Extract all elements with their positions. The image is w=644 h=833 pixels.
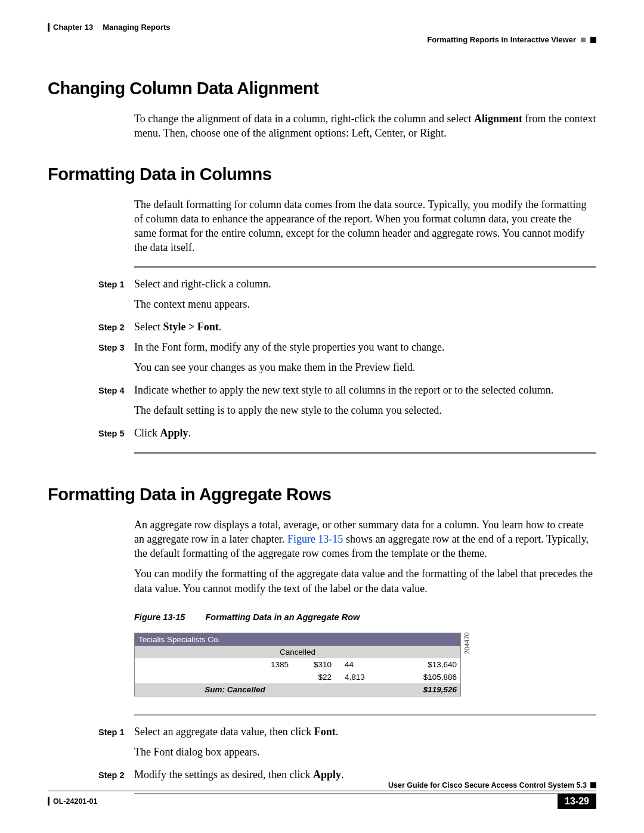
text-fragment: Select an aggregate data value, then cli… — [134, 726, 314, 738]
text-bold: Apply — [313, 769, 341, 781]
step-row: Step 1 Select and right-click a column. — [48, 276, 596, 292]
company-header: Tecialis Specialists Co. — [135, 633, 461, 646]
step-label: Step 4 — [98, 385, 134, 397]
sum-value: $119,526 — [335, 683, 461, 696]
footer-doc-id: OL-24201-01 — [53, 797, 97, 806]
figure-link[interactable]: Figure 13-15 — [287, 533, 343, 545]
step-text: In the Font form, modify any of the styl… — [134, 339, 596, 355]
divider — [134, 452, 596, 454]
text-bold: Font — [314, 726, 336, 738]
footer-bar-icon — [48, 797, 49, 806]
step-label: Step 2 — [98, 321, 134, 334]
header-end-icon — [590, 37, 596, 43]
step-row: Step 3 In the Font form, modify any of t… — [48, 339, 596, 355]
cell: 44 — [335, 658, 396, 671]
step-sub: The Font dialog box appears. — [48, 744, 596, 760]
section-title: Formatting Reports in Interactive Viewer — [427, 35, 576, 44]
cell — [135, 658, 244, 671]
footer-doc-id-row: OL-24201-01 — [48, 797, 97, 806]
cell — [243, 671, 292, 683]
cell: 4,813 — [335, 671, 396, 683]
step-text: Select an aggregate data value, then cli… — [134, 724, 596, 739]
figure-illustration: Tecialis Specialists Co. Cancelled 1385 … — [48, 633, 596, 696]
step-text: Click Apply. — [134, 425, 596, 441]
step-text: Indicate whether to apply the new text s… — [134, 382, 596, 398]
footer-rule — [48, 791, 596, 791]
footer-bottom-row: OL-24201-01 13-29 — [48, 794, 596, 809]
footer-guide-title: User Guide for Cisco Secure Access Contr… — [388, 781, 587, 789]
cell: $13,640 — [396, 658, 461, 671]
cell — [135, 671, 244, 683]
text-fragment: . — [219, 321, 222, 333]
chapter-title: Managing Reports — [103, 23, 170, 32]
text-fragment: . — [341, 769, 344, 781]
text-bold: Alignment — [474, 113, 522, 125]
text-fragment: . — [188, 427, 191, 439]
alignment-paragraph: To change the alignment of data in a col… — [48, 112, 596, 141]
step-row: Step 5 Click Apply. — [48, 425, 596, 441]
page-number: 13-29 — [558, 794, 596, 809]
text-fragment: Click — [134, 427, 160, 439]
cell: $310 — [292, 658, 335, 671]
aggregate-p1: An aggregate row displays a total, avera… — [48, 518, 596, 561]
category-header: Cancelled — [135, 646, 461, 658]
header-bar-icon — [48, 23, 49, 32]
step-sub: The default setting is to apply the new … — [48, 402, 596, 418]
heading-columns: Formatting Data in Columns — [48, 165, 596, 184]
cell: $105,886 — [396, 671, 461, 683]
step-text: Select Style > Font. — [134, 319, 596, 335]
heading-aggregate: Formatting Data in Aggregate Rows — [48, 485, 596, 504]
step-label: Step 2 — [98, 769, 134, 782]
step-sub: The context menu appears. — [48, 296, 596, 312]
page-header: Chapter 13 Managing Reports Formatting R… — [48, 23, 596, 44]
figure-caption: Figure 13-15 Formatting Data in an Aggre… — [48, 612, 596, 622]
divider — [134, 714, 596, 716]
header-marker-icon — [581, 38, 586, 42]
heading-alignment: Changing Column Data Alignment — [48, 79, 596, 98]
document-page: Chapter 13 Managing Reports Formatting R… — [0, 0, 644, 833]
step-row: Step 2 Select Style > Font. — [48, 319, 596, 335]
aggregate-example-table: Tecialis Specialists Co. Cancelled 1385 … — [134, 633, 461, 696]
header-section-row: Formatting Reports in Interactive Viewer — [48, 35, 596, 44]
columns-intro: The default formatting for column data c… — [48, 197, 596, 255]
step-label: Step 5 — [98, 428, 134, 440]
step-text: Modify the settings as desired, then cli… — [134, 767, 596, 782]
text-bold: Style > Font — [163, 321, 218, 333]
step-label: Step 3 — [98, 342, 134, 354]
divider — [134, 266, 596, 268]
step-sub: You can see your changes as you make the… — [48, 360, 596, 375]
footer-end-icon — [590, 782, 596, 788]
figure-title: Formatting Data in an Aggregate Row — [205, 612, 360, 622]
figure-number: Figure 13-15 — [134, 612, 185, 622]
step-label: Step 1 — [98, 726, 134, 739]
table-row: 1385 $310 44 $13,640 — [135, 658, 461, 671]
sum-label: Sum: Cancelled — [135, 683, 336, 696]
text-fragment: Select — [134, 321, 163, 333]
text-fragment: . — [336, 726, 339, 738]
figure-code: 204470 — [463, 632, 470, 654]
step-row: Step 2 Modify the settings as desired, t… — [48, 767, 596, 782]
table-row: $22 4,813 $105,886 — [135, 671, 461, 683]
step-row: Step 4 Indicate whether to apply the new… — [48, 382, 596, 398]
chapter-number: Chapter 13 — [53, 23, 93, 32]
header-chapter-row: Chapter 13 Managing Reports — [48, 23, 596, 32]
aggregate-p2: You can modify the formatting of the agg… — [48, 566, 596, 596]
text-fragment: To change the alignment of data in a col… — [134, 113, 474, 125]
text-bold: Apply — [160, 427, 188, 439]
step-row: Step 1 Select an aggregate data value, t… — [48, 724, 596, 739]
sum-row: Sum: Cancelled $119,526 — [135, 683, 461, 696]
text-fragment: Modify the settings as desired, then cli… — [134, 769, 313, 781]
page-footer: User Guide for Cisco Secure Access Contr… — [48, 781, 596, 809]
step-text: Select and right-click a column. — [134, 276, 596, 292]
cell: 1385 — [243, 658, 292, 671]
cell: $22 — [292, 671, 335, 683]
footer-guide-title-row: User Guide for Cisco Secure Access Contr… — [48, 781, 596, 791]
step-label: Step 1 — [98, 278, 134, 291]
